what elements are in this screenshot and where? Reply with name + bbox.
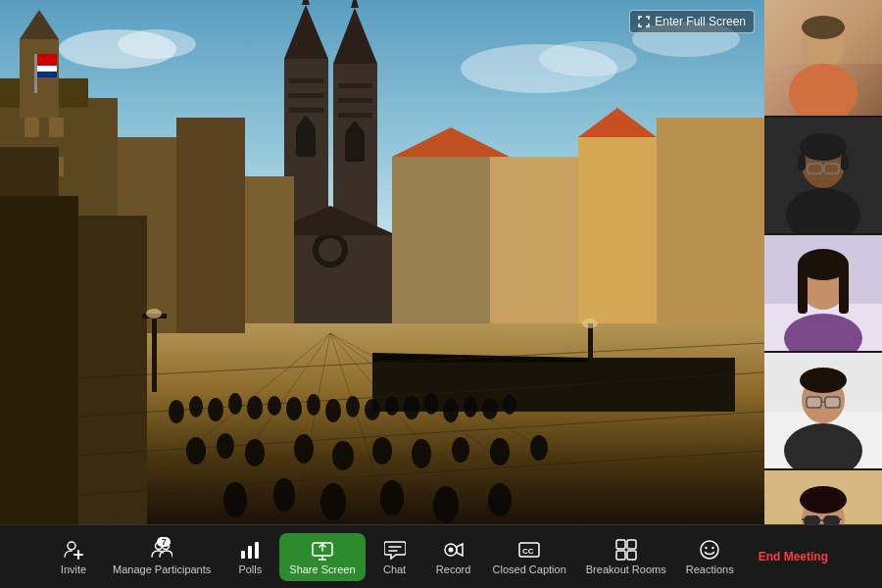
svg-rect-165 [616, 551, 625, 560]
svg-rect-15 [289, 93, 323, 98]
svg-rect-163 [616, 540, 625, 549]
svg-rect-39 [176, 118, 245, 333]
svg-rect-101 [37, 54, 57, 66]
svg-point-96 [118, 29, 196, 59]
fullscreen-button[interactable]: Enter Full Screen [629, 10, 755, 33]
closed-caption-button[interactable]: CC Closed Caption [483, 533, 576, 581]
svg-point-94 [488, 483, 512, 516]
share-screen-button[interactable]: Share Screen [279, 533, 365, 581]
breakout-icon [615, 539, 637, 561]
reactions-button[interactable]: Reactions [676, 533, 744, 581]
svg-rect-124 [798, 265, 808, 314]
svg-point-167 [701, 541, 718, 559]
svg-point-98 [539, 41, 637, 76]
svg-rect-24 [338, 113, 372, 118]
participant-count: 7 [157, 537, 171, 547]
svg-point-76 [464, 396, 477, 417]
svg-point-168 [705, 546, 707, 548]
svg-point-75 [443, 399, 459, 422]
svg-rect-132 [825, 397, 840, 408]
cc-icon: CC [518, 539, 540, 561]
svg-rect-16 [289, 108, 323, 113]
svg-point-71 [365, 399, 380, 420]
svg-point-169 [711, 546, 713, 548]
svg-rect-103 [37, 72, 57, 77]
svg-rect-139 [804, 515, 820, 524]
participant-thumb-1 [764, 0, 882, 116]
svg-rect-119 [764, 118, 882, 233]
svg-point-81 [245, 439, 265, 466]
chat-label: Chat [383, 564, 406, 575]
svg-rect-131 [807, 397, 821, 408]
svg-rect-41 [78, 216, 147, 524]
participant-1-video [764, 0, 882, 116]
svg-point-145 [68, 542, 75, 550]
participant-4-video [764, 353, 882, 468]
chat-button[interactable]: Chat [366, 533, 424, 581]
svg-rect-17 [296, 127, 316, 157]
sidebar [764, 0, 882, 524]
polls-icon [239, 539, 261, 561]
polls-label: Polls [238, 564, 262, 575]
participant-thumb-4 [764, 353, 882, 468]
svg-point-73 [404, 396, 419, 419]
svg-rect-23 [338, 98, 372, 103]
svg-point-29 [318, 238, 342, 262]
svg-rect-6 [24, 118, 39, 137]
svg-point-63 [208, 398, 223, 421]
end-meeting-button[interactable]: End Meeting [749, 544, 838, 569]
fullscreen-icon [638, 16, 650, 27]
svg-point-62 [189, 396, 203, 417]
svg-rect-151 [248, 546, 252, 559]
svg-rect-42 [152, 314, 157, 392]
svg-point-82 [294, 434, 314, 464]
svg-rect-164 [627, 540, 636, 549]
svg-point-69 [325, 399, 341, 422]
svg-rect-140 [823, 515, 840, 524]
participant-thumb-2 [764, 118, 882, 233]
app: Enter Full Screen [0, 0, 882, 588]
invite-label: Invite [61, 564, 86, 575]
svg-point-61 [169, 400, 184, 423]
breakout-rooms-label: Breakout Rooms [586, 564, 666, 575]
polls-button[interactable]: Polls [220, 533, 279, 581]
svg-rect-22 [338, 83, 372, 88]
chat-icon [384, 539, 406, 561]
record-button[interactable]: Record [424, 533, 483, 581]
manage-participants-label: Manage Participants [113, 564, 211, 575]
svg-rect-152 [255, 542, 259, 559]
svg-rect-100 [34, 54, 37, 93]
svg-rect-7 [49, 118, 64, 137]
svg-point-68 [307, 394, 320, 416]
svg-point-86 [452, 437, 469, 463]
svg-point-77 [482, 398, 498, 419]
svg-rect-125 [839, 265, 849, 314]
reactions-icon [699, 539, 720, 561]
svg-point-92 [380, 480, 404, 515]
svg-point-65 [247, 396, 263, 419]
invite-button[interactable]: Invite [44, 533, 103, 581]
toolbar: Invite 7 Manage Participants [0, 524, 882, 588]
record-label: Record [436, 564, 470, 575]
closed-caption-label: Closed Caption [493, 564, 566, 575]
svg-point-87 [490, 438, 510, 466]
breakout-rooms-button[interactable]: Breakout Rooms [576, 533, 676, 581]
manage-participants-button[interactable]: 7 Manage Participants [103, 533, 220, 581]
participant-3-video [764, 235, 882, 351]
svg-point-79 [186, 437, 206, 465]
svg-point-70 [346, 396, 360, 417]
svg-rect-40 [0, 196, 78, 524]
share-screen-icon [312, 539, 333, 561]
svg-point-72 [385, 396, 399, 416]
svg-point-44 [146, 309, 162, 318]
main-content: Enter Full Screen [0, 0, 882, 524]
svg-point-130 [800, 368, 847, 393]
reactions-label: Reactions [686, 564, 734, 575]
svg-rect-25 [345, 132, 365, 162]
svg-rect-14 [289, 78, 323, 83]
svg-text:CC: CC [522, 547, 534, 556]
svg-point-83 [332, 441, 354, 470]
svg-marker-13 [302, 0, 310, 5]
svg-rect-49 [588, 358, 735, 412]
invite-icon [63, 539, 84, 561]
